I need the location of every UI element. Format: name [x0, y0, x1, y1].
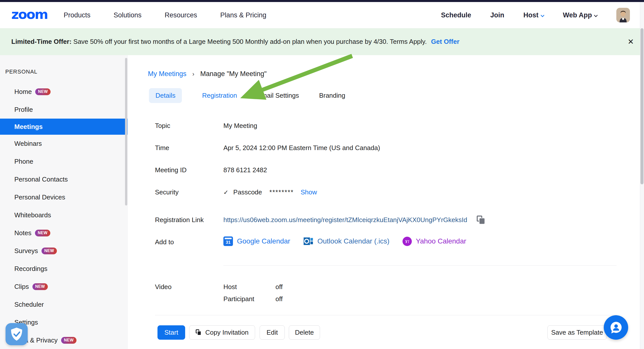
security-label: Security: [155, 188, 179, 196]
google-calendar-icon: 31: [223, 236, 233, 246]
edit-button[interactable]: Edit: [260, 325, 285, 340]
sidebar-item-label: Webinars: [14, 140, 42, 148]
sidebar-item-profile[interactable]: Profile: [0, 101, 128, 119]
sidebar-item-meetings[interactable]: Meetings: [0, 119, 128, 135]
yahoo-calendar-icon: Y!: [403, 237, 412, 246]
meeting-tabs: DetailsRegistrationEmail SettingsBrandin…: [149, 88, 345, 103]
sidebar-section-label: PERSONAL: [5, 68, 37, 75]
top-navbar: zoom ProductsSolutionsResourcesPlans & P…: [0, 2, 644, 28]
sidebar-item-personal-devices[interactable]: Personal Devices: [0, 188, 128, 206]
copy-invitation-label: Copy Invitation: [205, 329, 249, 336]
check-icon: ✓: [223, 189, 228, 196]
banner-bold-text: Limited-Time Offer:: [11, 38, 71, 45]
sidebar: PERSONAL HomeNEWProfileMeetingsWebinarsP…: [0, 55, 128, 349]
sidebar-item-label: Home: [14, 88, 32, 96]
meeting-id-value: 878 6121 2482: [223, 166, 267, 174]
save-as-template-button[interactable]: Save as Template: [547, 325, 607, 340]
new-badge: NEW: [35, 230, 50, 236]
registration-link-label: Registration Link: [155, 216, 204, 224]
add-to-yahoo-calendar-link[interactable]: Y!Yahoo Calendar: [403, 237, 466, 246]
nav-item-host[interactable]: Host: [524, 11, 544, 19]
sidebar-item-recordings[interactable]: Recordings: [0, 260, 128, 278]
video-host-value: off: [275, 283, 283, 291]
sidebar-item-label: Meetings: [14, 123, 43, 131]
nav-menu: ProductsSolutionsResourcesPlans & Pricin…: [64, 11, 266, 19]
sidebar-item-whiteboards[interactable]: Whiteboards: [0, 206, 128, 224]
page-scrollbar-thumb[interactable]: [640, 28, 643, 184]
tab-details[interactable]: Details: [149, 88, 182, 103]
add-to-google-calendar-link[interactable]: 31Google Calendar: [223, 236, 290, 246]
delete-button[interactable]: Delete: [289, 325, 320, 340]
nav-item-web-app[interactable]: Web App: [563, 11, 597, 19]
sidebar-item-label: Recordings: [14, 265, 48, 273]
add-to-outlook-calendar-link[interactable]: Outlook Calendar (.ics): [303, 236, 389, 246]
calendar-link-label: Yahoo Calendar: [416, 237, 466, 245]
new-badge: NEW: [42, 248, 57, 254]
video-participant-value: off: [275, 295, 283, 303]
copy-invitation-button[interactable]: Copy Invitation: [189, 325, 255, 340]
tab-registration[interactable]: Registration: [202, 88, 237, 103]
get-offer-link[interactable]: Get Offer: [431, 38, 460, 45]
nav-item-plans-pricing[interactable]: Plans & Pricing: [220, 11, 266, 19]
nav-right-menu: ScheduleJoinHostWeb App: [441, 2, 630, 28]
google-calendar-icon: 31: [223, 236, 233, 246]
copy-icon: [196, 329, 202, 336]
registration-link-url[interactable]: https://us06web.zoom.us/meeting/register…: [223, 216, 467, 224]
time-label: Time: [155, 144, 169, 152]
tab-branding[interactable]: Branding: [319, 88, 345, 103]
new-badge: NEW: [35, 88, 51, 95]
sidebar-item-phone[interactable]: Phone: [0, 153, 128, 170]
chevron-down-icon: [540, 13, 544, 17]
nav-item-solutions[interactable]: Solutions: [113, 11, 141, 19]
shield-icon: [10, 327, 23, 341]
sidebar-item-scheduler[interactable]: Scheduler: [0, 296, 128, 313]
topic-value: My Meeting: [223, 122, 257, 130]
support-person-icon: [608, 320, 624, 335]
sidebar-item-home[interactable]: HomeNEW: [0, 83, 128, 101]
passcode-label: Passcode: [233, 188, 262, 196]
sidebar-item-label: Surveys: [14, 247, 38, 255]
outlook-calendar-icon: [303, 236, 313, 246]
section-divider: [223, 265, 617, 266]
breadcrumb-separator: ›: [192, 71, 194, 77]
topic-label: Topic: [155, 122, 170, 130]
banner-text: Save 50% off your first two months of a …: [73, 38, 427, 45]
start-button[interactable]: Start: [157, 325, 185, 340]
sidebar-item-label: Profile: [14, 106, 33, 114]
sidebar-item-clips[interactable]: ClipsNEW: [0, 278, 128, 296]
sidebar-item-label: Personal Contacts: [14, 176, 68, 183]
calendar-link-label: Outlook Calendar (.ics): [317, 237, 389, 245]
copy-link-button[interactable]: [477, 216, 486, 225]
outlook-calendar-icon: [303, 236, 313, 246]
breadcrumb-my-meetings-link[interactable]: My Meetings: [148, 70, 186, 78]
privacy-shield-badge[interactable]: [6, 323, 28, 345]
sidebar-item-webinars[interactable]: Webinars: [0, 135, 128, 153]
meeting-id-label: Meeting ID: [155, 166, 187, 174]
sidebar-item-personal-contacts[interactable]: Personal Contacts: [0, 170, 128, 188]
nav-item-join[interactable]: Join: [490, 11, 504, 19]
calendar-link-label: Google Calendar: [237, 237, 290, 245]
nav-item-resources[interactable]: Resources: [165, 11, 197, 19]
sidebar-item-label: Whiteboards: [14, 211, 51, 219]
add-to-label: Add to: [155, 238, 174, 246]
nav-item-products[interactable]: Products: [64, 11, 91, 19]
user-avatar[interactable]: [616, 8, 630, 22]
sidebar-item-surveys[interactable]: SurveysNEW: [0, 242, 128, 260]
time-value: Apr 5, 2024 12:00 PM Eastern Time (US an…: [223, 144, 380, 152]
tab-email-settings[interactable]: Email Settings: [257, 88, 299, 103]
show-passcode-link[interactable]: Show: [301, 188, 317, 196]
avatar-photo: [616, 8, 630, 22]
sidebar-item-label: Phone: [14, 158, 33, 165]
new-badge: NEW: [61, 337, 76, 344]
sidebar-scrollbar[interactable]: [125, 58, 127, 205]
sidebar-item-label: Personal Devices: [14, 193, 65, 201]
support-chat-button[interactable]: [604, 315, 628, 340]
sidebar-item-notes[interactable]: NotesNEW: [0, 224, 128, 242]
promo-banner: Limited-Time Offer: Save 50% off your fi…: [0, 28, 644, 55]
zoom-logo[interactable]: zoom: [11, 8, 48, 22]
breadcrumb: My Meetings › Manage "My Meeting": [148, 70, 267, 78]
page-scrollbar-track[interactable]: [640, 2, 644, 349]
banner-close-icon[interactable]: ✕: [628, 38, 634, 46]
breadcrumb-current: Manage "My Meeting": [200, 70, 267, 78]
nav-item-schedule[interactable]: Schedule: [441, 11, 471, 19]
